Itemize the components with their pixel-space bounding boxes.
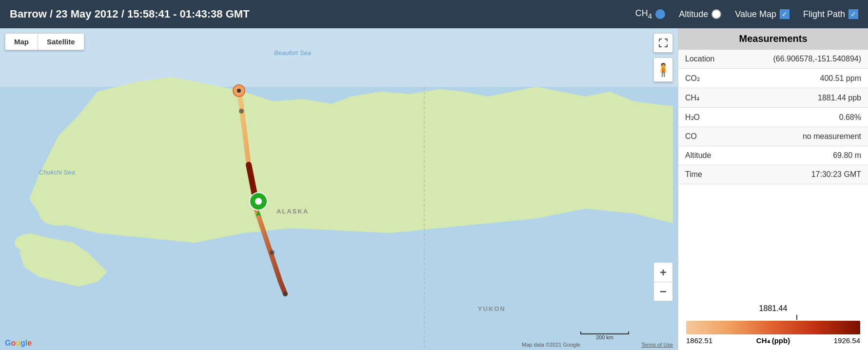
terms-link[interactable]: Terms of Use — [641, 342, 673, 348]
right-panel: Measurements Location(66.906578,-151.540… — [678, 28, 868, 350]
measurement-label: CO₂ — [678, 69, 732, 88]
zoom-in-button[interactable]: + — [653, 262, 673, 282]
zoom-out-button[interactable]: − — [653, 282, 673, 301]
satellite-button[interactable]: Satellite — [38, 34, 84, 50]
google-logo: Google — [5, 339, 32, 348]
map-footer: Google — [5, 339, 32, 348]
legend-section: 1881.44 1862.51 CH₄ (ppb) 1926.54 — [678, 297, 868, 350]
map-attribution: Map data ©2021 Google — [522, 342, 580, 348]
legend-max: 1926.54 — [834, 336, 860, 345]
valuemap-checkbox[interactable]: ✓ — [780, 9, 789, 19]
legend-unit: CH₄ (ppb) — [756, 336, 790, 345]
map-svg: Chukchi Sea Beaufort Sea ALASKA YUKON — [0, 28, 678, 350]
pegman-button[interactable]: 🧍 — [653, 58, 673, 82]
measurement-label: CH₄ — [678, 88, 732, 108]
page-title: Barrow / 23 May 2012 / 15:58:41 - 01:43:… — [10, 8, 635, 20]
svg-text:YUKON: YUKON — [478, 305, 506, 312]
measurement-value: 17:30:23 GMT — [732, 165, 868, 184]
measurement-row: Location(66.906578,-151.540894) — [678, 50, 868, 69]
measurement-value: 1881.44 ppb — [732, 88, 868, 108]
main-content: Chukchi Sea Beaufort Sea ALASKA YUKON — [0, 28, 868, 350]
measurement-value: 69.80 m — [732, 146, 868, 165]
app-header: Barrow / 23 May 2012 / 15:58:41 - 01:43:… — [0, 0, 868, 28]
flightpath-control: Flight Path ✓ — [803, 9, 858, 19]
svg-point-5 — [39, 201, 78, 226]
measurement-row: Time17:30:23 GMT — [678, 165, 868, 184]
svg-rect-1 — [0, 28, 678, 87]
valuemap-control: Value Map ✓ — [735, 9, 789, 19]
header-controls: CH4 Altitude Value Map ✓ Flight Path ✓ — [635, 8, 858, 20]
svg-point-15 — [255, 198, 262, 205]
svg-point-16 — [270, 250, 275, 255]
legend-tick — [686, 315, 860, 320]
svg-text:Chukchi Sea: Chukchi Sea — [39, 169, 75, 176]
legend-gradient — [686, 321, 860, 334]
measurement-value: no measurement — [732, 127, 868, 146]
measurement-row: H₂O0.68% — [678, 108, 868, 127]
measurement-row: COno measurement — [678, 127, 868, 146]
svg-text:ALASKA: ALASKA — [276, 208, 309, 215]
measurement-label: Altitude — [678, 146, 732, 165]
fullscreen-icon — [658, 38, 668, 48]
altitude-label: Altitude — [679, 9, 708, 19]
valuemap-label: Value Map — [735, 9, 776, 19]
measurement-row: Altitude69.80 m — [678, 146, 868, 165]
measurement-label: CO — [678, 127, 732, 146]
scale-bar: 200 km — [580, 331, 629, 340]
measurement-value: (66.906578,-151.540894) — [732, 50, 868, 69]
legend-current-value: 1881.44 — [686, 304, 860, 313]
altitude-control: Altitude — [679, 9, 721, 19]
tick-mark — [796, 315, 797, 320]
measurement-label: Location — [678, 50, 732, 69]
scale-label: 200 km — [596, 334, 613, 340]
measurements-tbody: Location(66.906578,-151.540894)CO₂400.51… — [678, 50, 868, 184]
measurement-row: CO₂400.51 ppm — [678, 69, 868, 88]
ch4-control: CH4 — [635, 8, 665, 20]
ch4-label: CH4 — [635, 8, 652, 20]
measurement-label: Time — [678, 165, 732, 184]
svg-point-18 — [283, 292, 288, 296]
map-container[interactable]: Chukchi Sea Beaufort Sea ALASKA YUKON — [0, 28, 678, 350]
svg-point-6 — [15, 234, 44, 252]
svg-point-13 — [237, 89, 241, 93]
measurement-label: H₂O — [678, 108, 732, 127]
measurement-value: 400.51 ppm — [732, 69, 868, 88]
flightpath-checkbox[interactable]: ✓ — [848, 9, 858, 19]
svg-point-17 — [239, 109, 244, 114]
measurement-value: 0.68% — [732, 108, 868, 127]
zoom-buttons: + − — [653, 262, 673, 301]
fullscreen-button[interactable] — [653, 33, 673, 53]
map-button[interactable]: Map — [5, 34, 38, 50]
altitude-radio[interactable] — [711, 9, 721, 19]
measurement-row: CH₄1881.44 ppb — [678, 88, 868, 108]
measurements-table: Location(66.906578,-151.540894)CO₂400.51… — [678, 50, 868, 184]
svg-text:Beaufort Sea: Beaufort Sea — [274, 49, 311, 57]
measurements-title: Measurements — [678, 28, 868, 50]
legend-min: 1862.51 — [686, 336, 712, 345]
map-type-buttons: Map Satellite — [5, 33, 84, 50]
legend-labels: 1862.51 CH₄ (ppb) 1926.54 — [686, 336, 860, 345]
ch4-radio[interactable] — [655, 9, 665, 19]
flightpath-label: Flight Path — [803, 9, 845, 19]
